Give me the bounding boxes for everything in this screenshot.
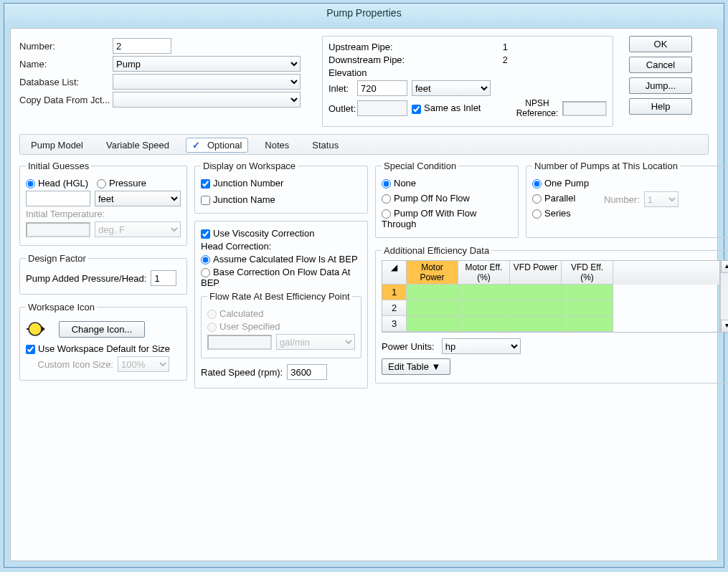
npsh-label: NPSH Reference: [512,98,562,118]
table-row: 1 [382,285,719,300]
junction-number-check[interactable]: Junction Number [201,178,283,189]
head-radio[interactable]: Head (HGL) [26,178,88,189]
npsh-input [562,101,607,116]
series-radio[interactable]: Series [532,208,571,219]
sc-offflow-radio[interactable]: Pump Off With Flow Through [382,208,512,229]
change-icon-button[interactable]: Change Icon... [59,321,145,338]
pressure-radio[interactable]: Pressure [97,178,146,189]
initial-temp-input [26,222,90,237]
col-vfd-power[interactable]: VFD Power [510,261,562,285]
database-combo[interactable] [113,74,301,90]
table-row: 2 [382,300,719,316]
design-factor-group: Design Factor Pump Added Pressure/Head: [19,253,187,295]
use-viscosity-check[interactable]: Use Viscosity Correction [201,228,314,239]
flowrate-input [207,335,272,350]
design-factor-input[interactable] [151,270,176,286]
junction-name-check[interactable]: Junction Name [201,194,275,205]
col-motor-eff[interactable]: Motor Eff. (%) [458,261,510,285]
initial-guesses-group: Initial Guesses Head (HGL) Pressure feet… [19,161,187,246]
rated-speed-label: Rated Speed (rpm): [201,367,283,378]
num-pumps-group: Number of Pumps at This Location One Pum… [526,161,728,238]
design-factor-legend: Design Factor [26,253,88,264]
initial-value-input[interactable] [26,191,90,206]
tab-variable-speed[interactable]: Variable Speed [100,138,176,153]
sc-offnoflow-radio[interactable]: Pump Off No Flow [382,193,470,204]
initial-unit-combo[interactable]: feet [95,191,181,206]
base-bep-radio[interactable]: Base Correction On Flow Data At BEP [201,267,361,288]
svg-point-0 [29,323,42,335]
workspace-icon-legend: Workspace Icon [26,302,97,313]
rated-speed-input[interactable] [287,364,327,380]
tab-strip: Pump Model Variable Speed ✓Optional Note… [19,134,709,155]
flowrate-bep-legend: Flow Rate At Best Efficiency Point [207,291,352,302]
one-pump-radio[interactable]: One Pump [532,178,589,189]
special-condition-group: Special Condition None Pump Off No Flow … [375,161,519,238]
calculated-radio: Calculated [207,308,263,319]
jump-button[interactable]: Jump... [629,77,692,94]
chevron-down-icon: ▼ [431,361,440,372]
design-factor-label: Pump Added Pressure/Head: [26,273,146,284]
downstream-pipe-label: Downstream Pipe: [328,54,436,65]
tab-optional[interactable]: ✓Optional [186,138,248,153]
initial-guesses-legend: Initial Guesses [26,161,91,171]
pump-icon [26,319,46,339]
inlet-label: Inlet: [328,83,357,94]
parallel-radio[interactable]: Parallel [532,193,575,204]
head-correction-label: Head Correction: [201,241,271,252]
table-row: 3 [382,316,719,332]
flowrate-bep-group: Flow Rate At Best Efficiency Point Calcu… [201,291,361,358]
custom-icon-size-label: Custom Icon Size: [26,359,118,370]
col-vfd-eff[interactable]: VFD Eff. (%) [562,261,613,285]
display-workspace-legend: Display on Workspace [201,161,298,171]
np-number-combo: 1 [644,191,679,207]
pipes-elevation-group: Upstream Pipe: 1 Downstream Pipe: 2 Elev… [322,36,613,127]
tab-status[interactable]: Status [306,138,345,153]
cancel-button[interactable]: Cancel [629,57,692,73]
special-condition-legend: Special Condition [382,161,458,171]
custom-icon-size-combo: 100% [118,356,169,372]
number-input[interactable] [113,38,171,54]
upstream-pipe-label: Upstream Pipe: [328,42,436,52]
viscosity-group: Use Viscosity Correction Head Correction… [194,221,368,389]
sc-none-radio[interactable]: None [382,178,416,189]
outlet-label: Outlet: [328,103,357,114]
user-specified-radio: User Specified [207,321,280,332]
scroll-up-icon[interactable]: ▴ [721,260,728,273]
tab-pump-model[interactable]: Pump Model [24,138,90,153]
efficiency-group: Additional Efficiency Data ◢ Motor Power… [375,245,728,383]
num-pumps-legend: Number of Pumps at This Location [532,161,680,171]
use-default-size-check[interactable]: Use Workspace Default for Size [26,343,170,354]
efficiency-legend: Additional Efficiency Data [382,245,491,256]
inlet-unit-combo[interactable]: feet [412,80,491,96]
initial-temp-unit: deg. F [95,221,181,237]
flowrate-unit-combo: gal/min [276,334,355,350]
copydata-label: Copy Data From Jct... [19,95,113,105]
inlet-input[interactable] [357,80,407,96]
check-icon: ✓ [192,140,200,151]
assume-bep-radio[interactable]: Assume Calculated Flow Is At BEP [201,254,358,264]
name-label: Name: [19,59,113,70]
display-workspace-group: Display on Workspace Junction Number Jun… [194,161,368,214]
power-units-label: Power Units: [382,341,435,352]
copydata-combo[interactable] [113,92,301,108]
name-combo[interactable]: Pump [113,56,301,72]
database-label: Database List: [19,77,113,87]
edit-table-button[interactable]: Edit Table ▼ [382,358,450,375]
np-number-label: Number: [604,194,640,205]
window-title: Pump Properties [4,4,724,22]
col-motor-power[interactable]: Motor Power [407,261,458,285]
tab-notes[interactable]: Notes [258,138,296,153]
initial-temp-label: Initial Temperature: [26,209,105,219]
table-scrollbar[interactable]: ▴ ▾ [720,260,728,333]
help-button[interactable]: Help [629,98,692,115]
same-as-inlet-check[interactable]: Same as Inlet [412,103,481,113]
downstream-pipe-value: 2 [436,54,515,65]
elevation-label: Elevation [328,67,367,78]
upstream-pipe-value: 1 [436,42,515,52]
power-units-combo[interactable]: hp [442,338,521,354]
efficiency-table[interactable]: ◢ Motor Power Motor Eff. (%) VFD Power V… [382,260,720,333]
scroll-down-icon[interactable]: ▾ [721,320,728,333]
number-label: Number: [19,41,113,52]
ok-button[interactable]: OK [629,36,692,52]
outlet-input [357,100,407,116]
